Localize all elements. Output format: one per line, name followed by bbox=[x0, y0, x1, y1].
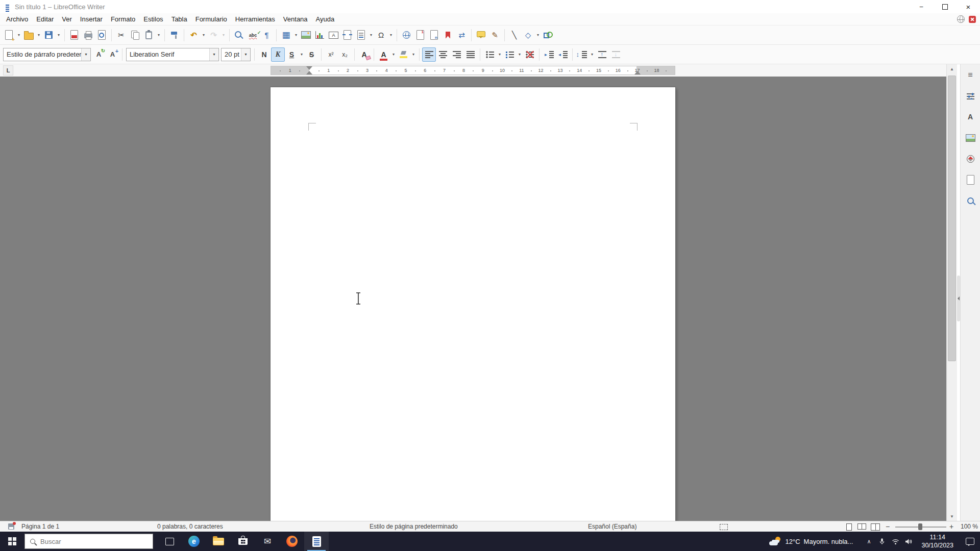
font-size-dropdown[interactable]: ▾ bbox=[241, 48, 250, 61]
align-center-button[interactable] bbox=[436, 47, 450, 62]
formatting-marks-button[interactable]: ¶ bbox=[260, 28, 274, 42]
insert-chart-button[interactable] bbox=[313, 28, 327, 42]
bookmark-button[interactable] bbox=[441, 28, 455, 42]
sidebar-tab-page[interactable] bbox=[963, 173, 977, 186]
paragraph-style-dropdown[interactable]: ▾ bbox=[81, 48, 90, 61]
taskbar-mail-button[interactable]: ✉ bbox=[255, 532, 280, 551]
font-color-dropdown[interactable]: ▾ bbox=[390, 47, 397, 62]
weather-widget[interactable]: 12°C Mayorm. nubla... bbox=[769, 537, 853, 546]
vertical-scrollbar[interactable]: ▲ ▼ bbox=[946, 64, 957, 521]
basic-shapes-button[interactable]: ◇ bbox=[521, 28, 535, 42]
close-button[interactable]: × bbox=[957, 0, 980, 13]
clone-formatting-button[interactable] bbox=[167, 28, 181, 42]
search-input[interactable] bbox=[39, 537, 148, 546]
superscript-button[interactable]: x² bbox=[324, 47, 338, 62]
menu-editar[interactable]: Editar bbox=[32, 13, 58, 26]
undo-dropdown[interactable]: ▾ bbox=[201, 28, 207, 42]
decrease-indent-button[interactable] bbox=[556, 47, 570, 62]
tray-volume-icon[interactable] bbox=[902, 532, 915, 551]
show-draw-functions-button[interactable] bbox=[541, 28, 555, 42]
save-dropdown[interactable]: ▾ bbox=[56, 28, 62, 42]
insert-table-dropdown[interactable]: ▾ bbox=[293, 28, 299, 42]
page-style-field[interactable]: Estilo de página predeterminado bbox=[370, 523, 458, 530]
special-character-button[interactable]: Ω bbox=[374, 28, 388, 42]
track-changes-button[interactable]: ✎ bbox=[488, 28, 502, 42]
align-left-button[interactable] bbox=[422, 47, 436, 62]
horizontal-ruler[interactable]: 1234567891011121314151617181 bbox=[271, 66, 675, 75]
document-page[interactable] bbox=[271, 87, 675, 521]
strikethrough-button[interactable]: S bbox=[305, 47, 318, 62]
new-document-button[interactable] bbox=[2, 28, 16, 42]
insert-field-button[interactable] bbox=[354, 28, 368, 42]
insert-textbox-button[interactable]: A bbox=[327, 28, 340, 42]
clear-formatting-button[interactable]: A bbox=[357, 47, 371, 62]
taskbar-search-box[interactable] bbox=[24, 534, 153, 549]
bold-button[interactable]: N bbox=[257, 47, 271, 62]
tab-stop-selector[interactable]: L bbox=[3, 65, 13, 76]
font-color-button[interactable]: A bbox=[377, 47, 390, 62]
unordered-list-button[interactable] bbox=[483, 47, 497, 62]
align-justify-button[interactable] bbox=[463, 47, 477, 62]
taskbar-file-explorer-button[interactable] bbox=[206, 532, 231, 551]
book-view-button[interactable] bbox=[871, 523, 880, 532]
zoom-in-button[interactable]: + bbox=[949, 522, 953, 531]
open-dropdown[interactable]: ▾ bbox=[36, 28, 42, 42]
start-button[interactable] bbox=[0, 532, 24, 551]
spelling-button[interactable]: abc bbox=[246, 28, 260, 42]
decrease-paragraph-spacing-button[interactable] bbox=[609, 47, 623, 62]
font-size-combo[interactable]: 20 pt ▾ bbox=[221, 48, 251, 61]
font-name-dropdown[interactable]: ▾ bbox=[209, 48, 218, 61]
print-preview-button[interactable] bbox=[95, 28, 109, 42]
endnote-button[interactable] bbox=[427, 28, 441, 42]
copy-button[interactable] bbox=[128, 28, 142, 42]
insert-comment-button[interactable] bbox=[474, 28, 488, 42]
menubar-extension-badge-icon[interactable] bbox=[969, 16, 976, 23]
tray-show-hidden-icons-button[interactable]: ∧ bbox=[862, 532, 875, 551]
redo-dropdown[interactable]: ▾ bbox=[220, 28, 227, 42]
insert-field-dropdown[interactable]: ▾ bbox=[368, 28, 374, 42]
language-field[interactable]: Español (España) bbox=[588, 523, 636, 530]
italic-button[interactable]: K bbox=[271, 47, 285, 62]
ordered-list-button[interactable] bbox=[503, 47, 517, 62]
menu-insertar[interactable]: Insertar bbox=[76, 13, 107, 26]
footnote-button[interactable] bbox=[413, 28, 427, 42]
tray-network-icon[interactable] bbox=[889, 532, 902, 551]
menu-formulario[interactable]: Formulario bbox=[191, 13, 231, 26]
scrollbar-thumb[interactable] bbox=[948, 76, 956, 361]
menu-ventana[interactable]: Ventana bbox=[279, 13, 312, 26]
task-view-button[interactable] bbox=[157, 532, 182, 551]
underline-button[interactable]: S bbox=[285, 47, 299, 62]
subscript-button[interactable]: x₂ bbox=[338, 47, 352, 62]
new-document-dropdown[interactable]: ▾ bbox=[16, 28, 22, 42]
hyperlink-button[interactable] bbox=[400, 28, 413, 42]
sidebar-tab-styles[interactable]: A bbox=[963, 110, 977, 123]
unordered-list-dropdown[interactable]: ▾ bbox=[497, 47, 503, 62]
sidebar-tab-style-inspector[interactable] bbox=[963, 194, 977, 207]
undo-button[interactable]: ↶ bbox=[187, 28, 201, 42]
paste-button[interactable] bbox=[142, 28, 156, 42]
zoom-out-button[interactable]: − bbox=[886, 522, 890, 531]
first-line-indent-marker[interactable] bbox=[306, 66, 312, 70]
taskbar-edge-button[interactable]: e bbox=[182, 532, 206, 551]
underline-dropdown[interactable]: ▾ bbox=[299, 47, 305, 62]
action-center-button[interactable] bbox=[960, 532, 980, 551]
sidebar-settings-button[interactable]: ≡ bbox=[963, 68, 977, 82]
save-status-icon[interactable] bbox=[8, 523, 14, 531]
maximize-button[interactable] bbox=[933, 0, 957, 13]
multi-page-view-button[interactable] bbox=[857, 523, 866, 531]
word-count-field[interactable]: 0 palabras, 0 caracteres bbox=[157, 523, 223, 530]
menu-herramientas[interactable]: Herramientas bbox=[231, 13, 279, 26]
taskbar-clock[interactable]: 11:14 30/10/2023 bbox=[915, 533, 960, 550]
basic-shapes-dropdown[interactable]: ▾ bbox=[535, 28, 541, 42]
menu-ver[interactable]: Ver bbox=[58, 13, 76, 26]
highlight-color-dropdown[interactable]: ▾ bbox=[410, 47, 416, 62]
document-area[interactable] bbox=[0, 77, 946, 521]
align-right-button[interactable] bbox=[450, 47, 463, 62]
line-spacing-dropdown[interactable]: ▾ bbox=[589, 47, 595, 62]
no-list-button[interactable] bbox=[523, 47, 536, 62]
new-style-button[interactable]: A bbox=[106, 47, 119, 62]
menu-formato[interactable]: Formato bbox=[107, 13, 139, 26]
right-indent-marker[interactable] bbox=[634, 71, 641, 74]
insert-pagebreak-button[interactable] bbox=[340, 28, 354, 42]
line-spacing-button[interactable] bbox=[575, 47, 589, 62]
